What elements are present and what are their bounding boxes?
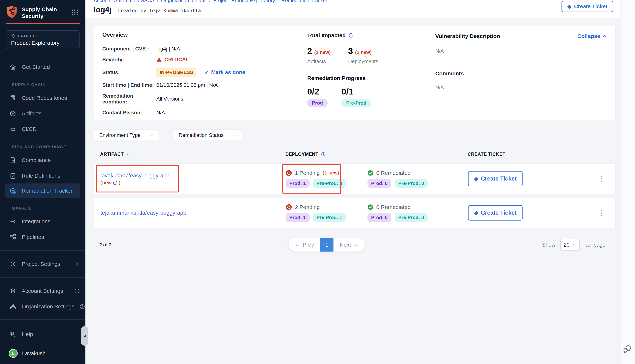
sidebar-item-cicd[interactable]: ∞ CI/CD [0,121,85,137]
next-page-button[interactable]: Next → [333,242,365,248]
remediation-status-filter[interactable]: Remediation Status [173,130,242,141]
severity-value: CRITICAL [156,57,294,62]
kebab-menu-icon[interactable]: ⋮ [597,209,606,217]
deployments-new-count: (1 new) [355,50,372,55]
sidebar-item-help[interactable]: ? Help [0,329,85,340]
sort-ascending-icon[interactable]: ▲ [126,152,129,156]
overview-card: Overview Component | CVE : log4j | N/A S… [94,26,615,120]
artifact-cell: lavakush07/easy-buggy-app (new ) [94,172,283,186]
overview-heading: Overview [102,32,294,38]
info-icon[interactable] [113,180,118,185]
sidebar-item-compliance[interactable]: Compliance [0,152,85,168]
artifact-link[interactable]: lavakush07/easy-buggy-app [101,172,169,180]
breadcrumb-account[interactable]: Account: Automation-SSCA [94,0,154,4]
breadcrumb-organization[interactable]: Organization: default [161,0,207,4]
prod-progress-value: 0/2 [307,86,328,96]
mark-as-done-link[interactable]: ✓ Mark as done [204,69,245,76]
org-tree-icon [9,303,17,310]
sidebar: Supply Chain Security PROJECT Product Ex… [0,0,85,364]
sidebar-item-pipelines[interactable]: Pipelines [0,229,85,245]
user-menu[interactable]: L Lavakush [0,349,85,358]
pagination-pill: ← Prev 1 Next → [289,238,365,252]
warning-triangle-icon [156,57,162,62]
svg-text:?: ? [12,332,14,335]
artifacts-label: Artifacts [307,58,331,64]
chevron-down-icon [149,133,154,138]
sidebar-item-organization-settings[interactable]: Organization Settings [0,299,85,314]
condition-label: Remediation condition: [102,93,156,105]
artifacts-new-count: (1 new) [314,50,331,55]
sidebar-item-get-started[interactable]: Get Started [0,59,85,75]
apps-grid-icon[interactable] [71,8,79,16]
remediation-cube-icon [9,187,17,194]
info-icon[interactable] [349,33,354,38]
support-chat-icon[interactable] [622,344,632,354]
pending-new-count: (1 new) [323,170,339,176]
overview-column: Overview Component | CVE : log4j | N/A S… [94,26,294,120]
deployments-label: Deployments [348,58,378,64]
breadcrumb-project[interactable]: Project: Product Exploratory [213,0,275,4]
project-selector[interactable]: PROJECT Product Exploratory [6,30,80,49]
sidebar-item-project-settings[interactable]: Project Settings [0,256,85,272]
chevron-right-icon [75,262,80,266]
collapse-link[interactable]: Collapse [577,33,607,39]
filters-row: Environment Type Remediation Status [94,130,615,141]
prev-page-button[interactable]: ← Prev [289,242,320,248]
section-label-supply-chain: SUPPLY CHAIN [12,82,85,87]
sidebar-item-integrations[interactable]: Integrations [0,214,85,229]
time-label: Start time | End time: [102,82,156,88]
vulnerability-description-value: N/A [435,48,607,54]
sidebar-collapse-handle[interactable]: ◂ [81,326,88,346]
prod-badge: Prod [307,99,328,107]
sidebar-item-remediation-tracker[interactable]: Remediation Tracker [5,184,80,198]
user-name: Lavakush [22,350,46,356]
chevron-up-icon [602,34,607,38]
breadcrumb-current[interactable]: Remediation Tracker [282,0,327,4]
comments-value: N/A [435,84,607,90]
project-box-icon [11,34,16,38]
sidebar-item-account-settings[interactable]: Account Settings [0,283,85,299]
create-ticket-button[interactable]: ◆ Create Ticket [561,1,613,12]
pending-icon [286,204,292,210]
chevron-down-icon [232,133,237,138]
sidebar-item-rule-definitions[interactable]: Rule Definitions [0,168,85,184]
right-rail [620,0,635,364]
table-row: lavakush07/easy-buggy-app (new ) 1 Pendi… [94,164,615,194]
sidebar-item-artifacts[interactable]: Artifacts [0,106,85,121]
info-icon[interactable] [74,288,80,294]
prod-count-badge: Prod: 1 [286,179,310,188]
section-label-risk-compliance: RISK AND COMPLIANCE [12,144,85,149]
prod-count-badge: Prod: 0 [367,213,391,222]
component-cve-label: Component | CVE : [102,46,156,52]
page-title: log4j [94,5,111,14]
main-content: Account: Automation-SSCA / Organization:… [85,0,620,364]
sidebar-footer: ? Help L Lavakush [0,319,85,364]
code-repo-icon [9,94,17,102]
preprod-count-badge: Pre-Prod: 0 [395,179,428,188]
content-area: Overview Component | CVE : log4j | N/A S… [85,18,620,364]
condition-value: All Versions [156,96,294,102]
create-ticket-button[interactable]: ◆ Create Ticket [468,171,523,186]
kebab-menu-icon[interactable]: ⋮ [597,175,606,183]
column-header-artifact[interactable]: ARTIFACT ▲ [94,152,283,157]
info-icon[interactable] [80,304,85,309]
artifact-link[interactable]: tejakummarikuntla/easy-buggy-app [101,209,186,217]
check-icon: ✓ [204,69,209,76]
pending-count: 2 Pending [295,204,320,210]
page-size-select[interactable]: 20 [560,239,580,251]
preprod-progress-value: 0/1 [341,86,371,96]
project-name: Product Exploratory [11,40,59,46]
deployment-remediated-cell: 0 Remediated Prod: 0 Pre-Prod: 0 [365,170,467,188]
sidebar-item-code-repositories[interactable]: Code Repositories [0,90,85,106]
info-icon[interactable] [321,152,326,157]
environment-type-filter[interactable]: Environment Type [94,130,159,141]
remediated-check-icon [367,204,373,210]
preprod-progress: 0/1 Pre-Prod [341,86,371,107]
contact-value: N/A [156,110,294,116]
vulnerability-description-title: Vulnerability Description [435,33,500,39]
cube-icon [9,110,17,117]
avatar: L [9,349,18,358]
row-menu-cell: ⋮ [588,209,615,217]
create-ticket-button[interactable]: ◆ Create Ticket [468,205,523,220]
page-number-active[interactable]: 1 [320,238,333,252]
